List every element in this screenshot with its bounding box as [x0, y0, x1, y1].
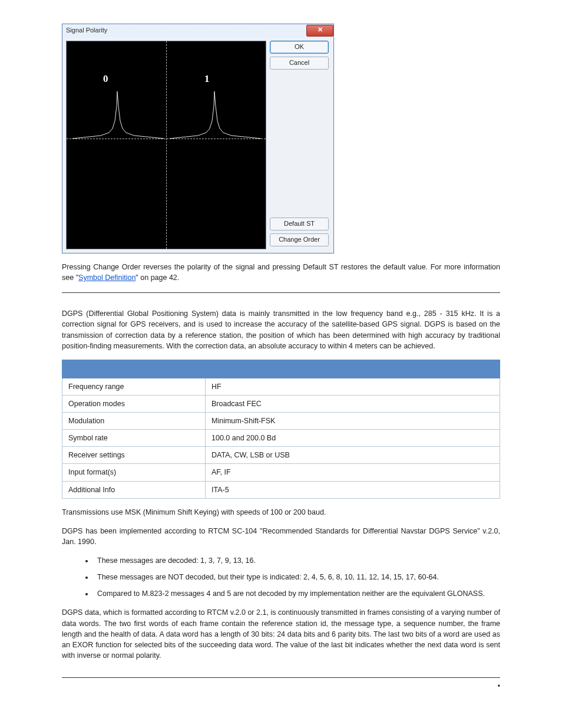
symbol-definition-link[interactable]: Symbol Definition — [78, 274, 135, 282]
closing-paragraph: DGPS data, which is formatted according … — [62, 607, 500, 661]
dialog-side-panel: OK Cancel Default ST Change Order — [270, 41, 329, 249]
footer-bullet: • — [62, 681, 500, 691]
intro-paragraph: DGPS (Differential Global Positioning Sy… — [62, 308, 500, 351]
spec-key: Symbol rate — [62, 430, 206, 447]
signal-polarity-dialog: Signal Polarity ✕ 0 1 OK Cancel Default … — [62, 24, 334, 253]
spec-value: AF, IF — [206, 464, 500, 481]
spec-header-key — [62, 360, 206, 378]
spec-value: ITA-5 — [206, 481, 500, 498]
dialog-titlebar: Signal Polarity ✕ — [62, 24, 333, 37]
caption-text-after: " on page 42. — [135, 274, 179, 282]
spec-value: DATA, CW, LSB or USB — [206, 447, 500, 464]
message-list: These messages are decoded: 1, 3, 7, 9, … — [62, 555, 500, 599]
footer-divider — [62, 677, 500, 678]
spec-value: Broadcast FEC — [206, 395, 500, 412]
spec-key: Modulation — [62, 413, 206, 430]
after-table-paragraph-1: Transmissions use MSK (Minimum Shift Key… — [62, 507, 500, 518]
list-item: Compared to M.823-2 messages 4 and 5 are… — [94, 588, 500, 599]
spec-key: Receiver settings — [62, 447, 206, 464]
change-order-button[interactable]: Change Order — [270, 233, 329, 246]
close-button[interactable]: ✕ — [306, 25, 333, 37]
list-item: These messages are NOT decoded, but thei… — [94, 572, 500, 582]
dialog-title: Signal Polarity — [66, 26, 107, 35]
default-st-button[interactable]: Default ST — [270, 218, 329, 230]
spec-key: Operation modes — [62, 395, 206, 412]
dialog-caption: Pressing Change Order reverses the polar… — [62, 262, 500, 283]
polarity-plot: 0 1 — [66, 41, 266, 249]
table-row: Operation modesBroadcast FEC — [62, 395, 500, 412]
table-row: Symbol rate100.0 and 200.0 Bd — [62, 430, 500, 447]
spec-value: HF — [206, 378, 500, 395]
spec-table: Frequency rangeHFOperation modesBroadcas… — [62, 360, 500, 499]
list-item: These messages are decoded: 1, 3, 7, 9, … — [94, 555, 500, 566]
spec-key: Input format(s) — [62, 464, 206, 481]
spec-key: Frequency range — [62, 378, 206, 395]
spec-value: Minimum-Shift-FSK — [206, 413, 500, 430]
table-row: Receiver settingsDATA, CW, LSB or USB — [62, 447, 500, 464]
spec-key: Additional Info — [62, 481, 206, 498]
section-divider — [62, 292, 500, 293]
ok-button[interactable]: OK — [270, 41, 329, 54]
spec-header-value — [206, 360, 500, 378]
close-icon: ✕ — [318, 26, 323, 33]
spec-value: 100.0 and 200.0 Bd — [206, 430, 500, 447]
table-row: Additional InfoITA-5 — [62, 481, 500, 498]
after-table-paragraph-2: DGPS has been implemented according to R… — [62, 526, 500, 547]
table-row: Frequency rangeHF — [62, 378, 500, 395]
cancel-button[interactable]: Cancel — [270, 57, 329, 70]
table-row: Input format(s)AF, IF — [62, 464, 500, 481]
table-row: ModulationMinimum-Shift-FSK — [62, 413, 500, 430]
